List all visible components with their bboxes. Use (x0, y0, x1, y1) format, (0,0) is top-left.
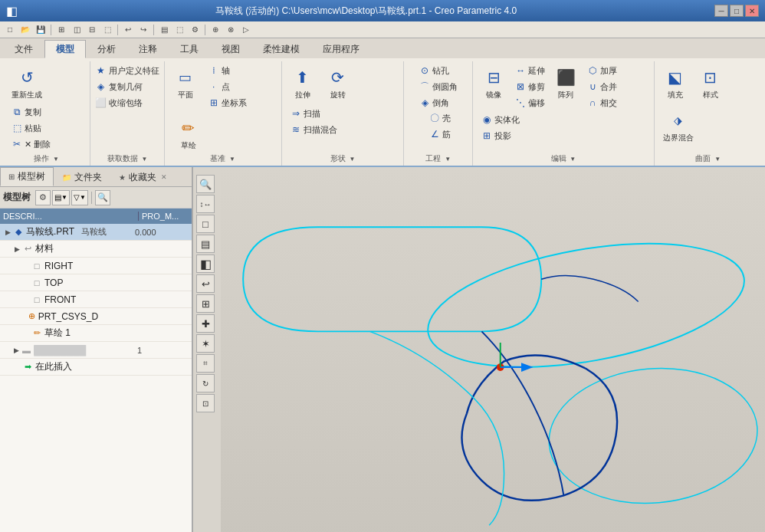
btn-extend[interactable]: ↔ 延伸 (511, 63, 548, 78)
tool-3d-view[interactable]: ◧ (196, 255, 215, 273)
minimize-button[interactable]: ─ (714, 5, 728, 17)
btn-revolve[interactable]: ⟳ 旋转 (322, 63, 354, 103)
tool-snap[interactable]: ⊡ (196, 394, 215, 412)
btn-chamfer[interactable]: ◈ 倒角 (415, 95, 461, 110)
qb-btn5[interactable]: ▤ (157, 23, 171, 37)
tab-view[interactable]: 视图 (210, 40, 251, 58)
qb-save-button[interactable]: 💾 (34, 23, 48, 37)
tool-grid[interactable]: ⊞ (196, 294, 215, 313)
close-button[interactable]: ✕ (745, 5, 759, 17)
btn-axis[interactable]: ⁞ 轴 (205, 63, 250, 78)
qb-btn10[interactable]: ▷ (239, 23, 253, 37)
shape-arrow[interactable]: ▼ (349, 156, 355, 163)
qb-btn6[interactable]: ⬚ (172, 23, 186, 37)
btn-round[interactable]: ⌒ 倒圆角 (415, 79, 461, 94)
tree-search-button[interactable]: 🔍 (95, 190, 110, 205)
tree-expand-root[interactable]: ▶ (3, 228, 12, 237)
tree-item-front[interactable]: ▶ □ FRONT (0, 291, 192, 308)
tree-expand-material[interactable]: ▶ (12, 245, 21, 254)
tree-settings-button[interactable]: ⚙ (35, 190, 51, 205)
qb-new-button[interactable]: □ (3, 23, 17, 37)
edit-arrow[interactable]: ▼ (570, 156, 576, 163)
tab-app[interactable]: 应用程序 (311, 40, 371, 58)
btn-merge[interactable]: ∪ 合并 (583, 79, 620, 94)
tree-item-sketch1[interactable]: ▶ ✏ 草绘 1 (0, 325, 192, 342)
tree-item-right[interactable]: ▶ □ RIGHT (0, 258, 192, 274)
btn-copy[interactable]: ⧉ 复制 (8, 104, 54, 120)
tool-spin[interactable]: ⌗ (196, 354, 215, 373)
qb-btn9[interactable]: ⊗ (224, 23, 238, 37)
btn-style[interactable]: ⊡ 样式 (694, 63, 727, 103)
tab-annotation[interactable]: 注释 (127, 40, 169, 58)
btn-copy-geom[interactable]: ◈ 复制几何 (92, 79, 163, 94)
qb-open-button[interactable]: 📂 (18, 23, 32, 37)
viewport[interactable]: 🔍 ↕↔ □ ▤ ◧ ↩ ⊞ ✚ ✶ ⌗ ↻ ⊡ (193, 167, 765, 532)
btn-delete[interactable]: ✂ ✕ 删除 (8, 136, 54, 152)
panel-tab-folder[interactable]: 📁 文件夹 (54, 167, 110, 186)
btn-fill[interactable]: ⬕ 填充 (659, 63, 691, 103)
tree-expand-blurred[interactable]: ▶ (11, 346, 20, 355)
btn-mirror[interactable]: ⊟ 镜像 (478, 63, 510, 103)
tool-table[interactable]: ▤ (196, 235, 215, 253)
tool-view-box[interactable]: □ (196, 215, 215, 233)
btn-sketch[interactable]: ✏ 草绘 (172, 113, 205, 153)
btn-thicken[interactable]: ⬡ 加厚 (583, 63, 620, 78)
tool-repaint[interactable]: ↩ (196, 274, 215, 293)
btn-regenerate[interactable]: ↺ 重新生成 (8, 63, 46, 103)
btn-rib[interactable]: ∠ 筋 (425, 126, 454, 142)
btn-blend[interactable]: ≋ 扫描混合 (287, 122, 340, 137)
qb-undo-button[interactable]: ↩ (121, 23, 135, 37)
tool-rotate[interactable]: ↻ (196, 374, 215, 392)
favorites-close-icon[interactable]: ✕ (161, 173, 167, 181)
tab-tools[interactable]: 工具 (169, 40, 210, 58)
btn-shell[interactable]: 〇 壳 (425, 110, 454, 126)
btn-intersect[interactable]: ∩ 相交 (583, 95, 620, 110)
btn-extrude[interactable]: ⬆ 拉伸 (287, 63, 319, 103)
tree-item-top[interactable]: ▶ □ TOP (0, 274, 192, 291)
tree-item-root[interactable]: ▶ ◆ 马鞍线.PRT 马鞍线 0.000 (0, 224, 192, 241)
tab-analysis[interactable]: 分析 (86, 40, 127, 58)
btn-plane[interactable]: ▭ 平面 (169, 63, 202, 103)
getdata-arrow[interactable]: ▼ (141, 156, 147, 163)
tree-columns-dropdown[interactable]: ▤ ▼ (52, 190, 70, 205)
qb-btn8[interactable]: ⊕ (208, 23, 222, 37)
btn-sweep[interactable]: ⇒ 扫描 (287, 106, 340, 121)
surface-arrow[interactable]: ▼ (714, 156, 721, 163)
tab-file[interactable]: 文件 (3, 40, 44, 58)
tool-star[interactable]: ✶ (196, 334, 215, 353)
qb-btn7[interactable]: ⚙ (188, 23, 202, 37)
btn-hole[interactable]: ⊙ 钻孔 (415, 63, 461, 78)
tree-filter-dropdown[interactable]: ▽ ▼ (71, 190, 88, 205)
tree-item-csys[interactable]: ▶ ⊕ PRT_CSYS_D (0, 308, 192, 325)
btn-shrink[interactable]: ⬜ 收缩包络 (92, 95, 163, 110)
qb-btn1[interactable]: ⊞ (54, 23, 68, 37)
btn-boundary-blend[interactable]: ⬗ 边界混合 (659, 106, 698, 146)
btn-offset[interactable]: ⋱ 偏移 (511, 95, 548, 110)
panel-tab-tree[interactable]: ⊞ 模型树 (0, 167, 54, 186)
qb-btn3[interactable]: ⊟ (85, 23, 99, 37)
tree-item-blurred[interactable]: ▶ ▬ ████████ 1 (0, 342, 192, 359)
btn-trim[interactable]: ⊠ 修剪 (511, 79, 548, 94)
datum-arrow[interactable]: ▼ (229, 156, 235, 163)
qb-btn2[interactable]: ◫ (70, 23, 84, 37)
engineering-arrow[interactable]: ▼ (445, 156, 451, 163)
tab-flex[interactable]: 柔性建模 (251, 40, 311, 58)
tool-add[interactable]: ✚ (196, 314, 215, 333)
operations-arrow[interactable]: ▼ (53, 156, 59, 163)
btn-solidify[interactable]: ◉ 实体化 (478, 112, 523, 127)
btn-paste[interactable]: ⬚ 粘贴 (8, 120, 54, 136)
tree-item-insert[interactable]: ▶ ➡ 在此插入 (0, 359, 192, 376)
btn-project[interactable]: ⊞ 投影 (478, 128, 523, 143)
btn-array[interactable]: ⬛ 阵列 (550, 63, 582, 103)
maximize-button[interactable]: □ (730, 5, 744, 17)
btn-user-feature[interactable]: ★ 用户定义特征 (92, 63, 163, 78)
tool-zoom[interactable]: 🔍 (196, 175, 215, 193)
btn-point[interactable]: · 点 (205, 79, 250, 94)
panel-tab-favorites[interactable]: ★ 收藏夹 ✕ (110, 167, 176, 186)
btn-csys[interactable]: ⊞ 坐标系 (205, 95, 250, 110)
tree-item-material[interactable]: ▶ ↩ 材料 (0, 241, 192, 258)
tool-pan[interactable]: ↕↔ (196, 195, 215, 213)
canvas-area[interactable]: BBS.CHINADE.NET (221, 167, 765, 532)
qb-btn4[interactable]: ⬚ (100, 23, 114, 37)
tab-model[interactable]: 模型 (44, 40, 86, 58)
